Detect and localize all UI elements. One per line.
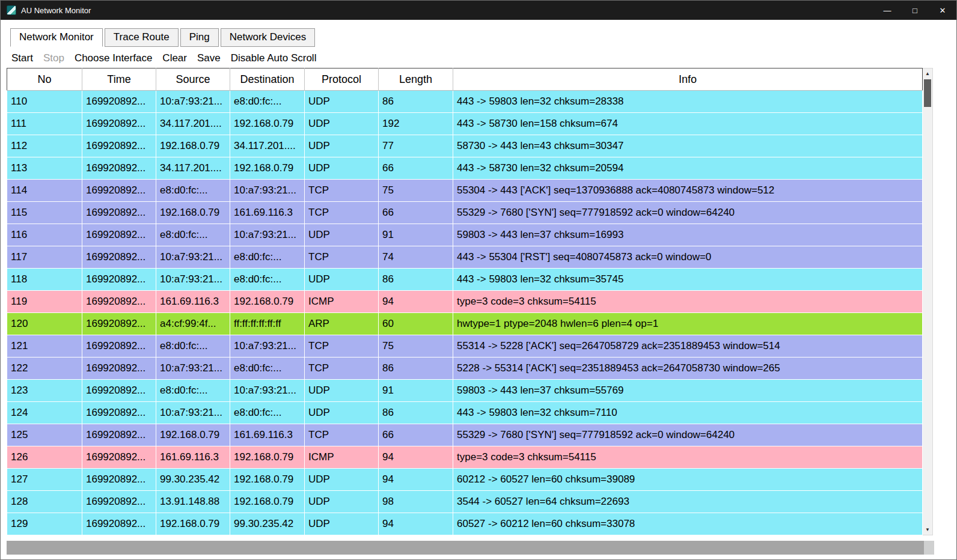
packet-row-128[interactable]: 128169920892...13.91.148.88192.168.0.79U…: [7, 491, 923, 513]
scroll-down-icon[interactable]: ▼: [923, 525, 932, 535]
cell-no: 111: [7, 113, 82, 135]
tab-ping[interactable]: Ping: [180, 28, 219, 47]
cell-destination: 10:a7:93:21...: [230, 224, 305, 246]
window-title: AU Network Monitor: [21, 6, 91, 15]
cell-protocol: ARP: [305, 313, 379, 335]
toolbar-stop-button[interactable]: Stop: [43, 52, 64, 64]
packet-row-118[interactable]: 118169920892...10:a7:93:21...e8:d0:fc:..…: [7, 269, 923, 291]
cell-destination: 192.168.0.79: [230, 469, 305, 491]
cell-time: 169920892...: [82, 246, 156, 269]
tab-network-monitor[interactable]: Network Monitor: [10, 28, 103, 47]
cell-destination: e8:d0:fc:...: [230, 246, 305, 269]
cell-length: 94: [379, 513, 453, 535]
cell-source: 10:a7:93:21...: [156, 269, 230, 291]
vertical-scrollbar[interactable]: ▲ ▼: [923, 68, 933, 535]
packet-row-110[interactable]: 110169920892...10:a7:93:21...e8:d0:fc:..…: [7, 91, 923, 113]
packet-row-116[interactable]: 116169920892...e8:d0:fc:...10:a7:93:21..…: [7, 224, 923, 246]
toolbar-start-button[interactable]: Start: [11, 52, 33, 64]
cell-length: 86: [379, 269, 453, 291]
table-header-row: NoTimeSourceDestinationProtocolLengthInf…: [7, 68, 923, 91]
cell-source: 34.117.201....: [156, 113, 230, 135]
packet-row-127[interactable]: 127169920892...99.30.235.42192.168.0.79U…: [7, 469, 923, 491]
cell-time: 169920892...: [82, 157, 156, 180]
packet-row-121[interactable]: 121169920892...e8:d0:fc:...10:a7:93:21..…: [7, 335, 923, 358]
cell-no: 123: [7, 380, 82, 402]
cell-source: e8:d0:fc:...: [156, 180, 230, 202]
cell-info: 443 -> 59803 len=32 chksum=28338: [453, 91, 923, 113]
toolbar-save-button[interactable]: Save: [197, 52, 221, 64]
packet-row-124[interactable]: 124169920892...10:a7:93:21...e8:d0:fc:..…: [7, 402, 923, 424]
cell-protocol: TCP: [305, 424, 379, 446]
packet-row-119[interactable]: 119169920892...161.69.116.3192.168.0.79I…: [7, 291, 923, 313]
titlebar[interactable]: AU Network Monitor — □ ✕: [1, 1, 956, 20]
cell-destination: 10:a7:93:21...: [230, 335, 305, 358]
cell-protocol: UDP: [305, 469, 379, 491]
column-header-protocol[interactable]: Protocol: [305, 68, 379, 91]
vertical-scrollbar-track[interactable]: [923, 79, 932, 525]
horizontal-scrollbar-thumb[interactable]: [7, 541, 924, 555]
cell-protocol: ICMP: [305, 291, 379, 313]
cell-no: 125: [7, 424, 82, 446]
cell-length: 192: [379, 113, 453, 135]
cell-length: 94: [379, 446, 453, 469]
cell-destination: 10:a7:93:21...: [230, 380, 305, 402]
column-header-info[interactable]: Info: [453, 68, 923, 91]
cell-info: 3544 -> 60527 len=64 chksum=22693: [453, 491, 923, 513]
column-header-no[interactable]: No: [7, 68, 82, 91]
cell-no: 126: [7, 446, 82, 469]
packet-row-123[interactable]: 123169920892...e8:d0:fc:...10:a7:93:21..…: [7, 380, 923, 402]
cell-destination: e8:d0:fc:...: [230, 358, 305, 380]
cell-info: 55329 -> 7680 ['SYN'] seq=777918592 ack=…: [453, 202, 923, 224]
minimize-button[interactable]: —: [873, 1, 901, 20]
toolbar-disable-auto-scroll-button[interactable]: Disable Auto Scroll: [231, 52, 317, 64]
packet-row-122[interactable]: 122169920892...10:a7:93:21...e8:d0:fc:..…: [7, 358, 923, 380]
column-header-destination[interactable]: Destination: [230, 68, 305, 91]
close-button[interactable]: ✕: [929, 1, 956, 20]
column-header-length[interactable]: Length: [379, 68, 453, 91]
cell-protocol: UDP: [305, 224, 379, 246]
cell-time: 169920892...: [82, 202, 156, 224]
cell-no: 121: [7, 335, 82, 358]
vertical-scrollbar-thumb[interactable]: [924, 79, 931, 107]
packet-row-126[interactable]: 126169920892...161.69.116.3192.168.0.79I…: [7, 446, 923, 469]
cell-info: 443 -> 59803 len=32 chksum=7110: [453, 402, 923, 424]
horizontal-scrollbar-track[interactable]: [7, 541, 924, 555]
cell-time: 169920892...: [82, 135, 156, 157]
cell-time: 169920892...: [82, 491, 156, 513]
cell-destination: ff:ff:ff:ff:ff:ff: [230, 313, 305, 335]
cell-length: 74: [379, 246, 453, 269]
toolbar-choose-interface-button[interactable]: Choose Interface: [75, 52, 152, 64]
cell-source: 192.168.0.79: [156, 513, 230, 535]
cell-no: 129: [7, 513, 82, 535]
maximize-button[interactable]: □: [901, 1, 929, 20]
packet-row-114[interactable]: 114169920892...e8:d0:fc:...10:a7:93:21..…: [7, 180, 923, 202]
packet-row-113[interactable]: 113169920892...34.117.201....192.168.0.7…: [7, 157, 923, 180]
cell-info: 59803 -> 443 len=37 chksum=55769: [453, 380, 923, 402]
cell-info: 443 -> 58730 len=32 chksum=20594: [453, 157, 923, 180]
cell-protocol: UDP: [305, 491, 379, 513]
cell-info: 5228 -> 55314 ['ACK'] seq=2351889453 ack…: [453, 358, 923, 380]
cell-no: 114: [7, 180, 82, 202]
packet-row-117[interactable]: 117169920892...10:a7:93:21...e8:d0:fc:..…: [7, 246, 923, 269]
tab-trace-route[interactable]: Trace Route: [105, 28, 179, 47]
cell-time: 169920892...: [82, 113, 156, 135]
packet-row-111[interactable]: 111169920892...34.117.201....192.168.0.7…: [7, 113, 923, 135]
packet-row-125[interactable]: 125169920892...192.168.0.79161.69.116.3T…: [7, 424, 923, 446]
toolbar-clear-button[interactable]: Clear: [162, 52, 187, 64]
cell-length: 94: [379, 469, 453, 491]
packet-row-115[interactable]: 115169920892...192.168.0.79161.69.116.3T…: [7, 202, 923, 224]
packet-row-120[interactable]: 120169920892...a4:cf:99:4f...ff:ff:ff:ff…: [7, 313, 923, 335]
cell-length: 94: [379, 291, 453, 313]
titlebar-left: AU Network Monitor: [1, 5, 873, 15]
column-header-source[interactable]: Source: [156, 68, 230, 91]
cell-time: 169920892...: [82, 402, 156, 424]
cell-time: 169920892...: [82, 91, 156, 113]
scroll-up-icon[interactable]: ▲: [923, 68, 932, 79]
cell-info: 55329 -> 7680 ['SYN'] seq=777918592 ack=…: [453, 424, 923, 446]
packet-row-112[interactable]: 112169920892...192.168.0.7934.117.201...…: [7, 135, 923, 157]
cell-length: 77: [379, 135, 453, 157]
cell-info: 59803 -> 443 len=37 chksum=16993: [453, 224, 923, 246]
column-header-time[interactable]: Time: [82, 68, 156, 91]
tab-network-devices[interactable]: Network Devices: [221, 28, 316, 47]
packet-row-129[interactable]: 129169920892...192.168.0.7999.30.235.42U…: [7, 513, 923, 535]
